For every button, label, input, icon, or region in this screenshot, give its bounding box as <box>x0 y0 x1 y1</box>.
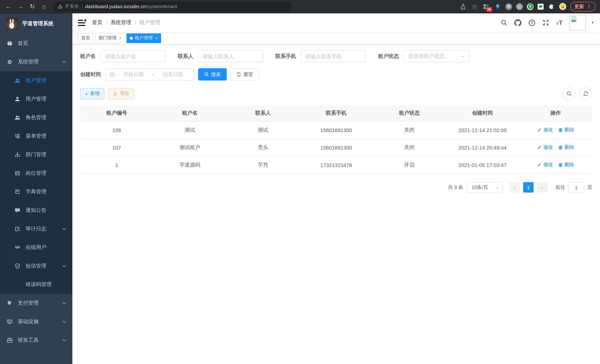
status-label: 租户状态 <box>378 53 399 60</box>
share-icon[interactable] <box>459 3 467 10</box>
sidebar-item-tenant[interactable]: 租户管理 <box>0 71 72 90</box>
trash-icon <box>558 128 563 132</box>
tag-租户管理[interactable]: 租户管理× <box>127 33 161 43</box>
breadcrumb-current: 租户管理 <box>140 19 160 26</box>
active-dot-icon <box>130 37 133 39</box>
delete-link[interactable]: 删除 <box>558 144 574 151</box>
breadcrumb-system[interactable]: 系统管理 <box>111 19 131 26</box>
browser-home-icon[interactable]: ⌂ <box>38 1 50 12</box>
search-button[interactable]: 搜索 <box>198 68 227 81</box>
sidebar-item-dict[interactable]: 字典管理 <box>0 183 72 201</box>
sidebar-item-dept[interactable]: 部门管理 <box>0 145 72 164</box>
sidebar-item-system[interactable]: 系统管理 <box>0 53 72 71</box>
delete-link[interactable]: 删除 <box>558 127 574 133</box>
fullscreen-icon[interactable] <box>543 19 549 26</box>
status-select[interactable]: 请选择租户状态 <box>403 50 469 62</box>
sidebar-item-label: 部门管理 <box>26 151 46 158</box>
map-pin-extension-icon[interactable] <box>494 3 501 10</box>
sidebar-item-label: 短信管理 <box>26 263 46 269</box>
help-icon[interactable]: ? <box>528 19 535 26</box>
chevron-down-icon <box>460 54 465 58</box>
goto-page-input[interactable] <box>568 182 584 193</box>
tag-label: 部门管理 <box>99 35 116 41</box>
edit-icon <box>537 162 542 167</box>
current-page-button[interactable]: 1 <box>523 182 534 193</box>
browser-back-icon[interactable]: ← <box>3 1 14 12</box>
toggle-search-button[interactable] <box>562 87 575 100</box>
monitor-icon <box>6 318 13 325</box>
tenant-name-input[interactable] <box>100 50 166 62</box>
sidebar-item-devtool[interactable]: 研发工具 <box>0 331 72 350</box>
cell-status: 关闭 <box>373 139 446 156</box>
close-icon[interactable]: × <box>119 36 122 40</box>
font-size-icon[interactable]: TT <box>556 19 562 26</box>
chevron-down-icon <box>495 185 499 189</box>
profile-avatar-icon[interactable] <box>559 3 566 10</box>
command-extension-icon[interactable]: ⌘ <box>505 3 512 10</box>
edit-link[interactable]: 修改 <box>537 144 553 151</box>
sidebar-item-errcode[interactable]: 错误码管理 <box>0 275 72 294</box>
user-icon <box>14 96 20 102</box>
create-time-range-picker[interactable]: 开始日期 - 结束日期 <box>105 68 194 81</box>
page-size-value: 10条/页 <box>472 184 488 191</box>
reset-button[interactable]: 重置 <box>230 68 259 81</box>
dot-extension-icon[interactable] <box>516 3 523 10</box>
sidebar-item-online[interactable]: 在线用户 <box>0 238 72 257</box>
sidebar-item-label: 研发工具 <box>18 337 38 344</box>
browser-reload-icon[interactable]: ↻ <box>27 1 38 12</box>
tag-首页[interactable]: 首页 <box>78 33 94 43</box>
caret-down-icon[interactable]: ▼ <box>591 21 594 25</box>
y-extension-icon[interactable]: Y <box>527 3 534 10</box>
sidebar-item-pay[interactable]: ¥支付管理 <box>0 294 72 312</box>
app-logo-row[interactable]: 芋道管理系统 <box>0 13 72 34</box>
extension-squares-icon[interactable]: 10 <box>482 3 490 10</box>
table-header-row: 租户编号租户名联系人联系手机租户状态创建时间操作 <box>80 105 592 121</box>
sidebar-item-sms[interactable]: 短信管理 <box>0 257 72 275</box>
chrome-update-button[interactable]: 更新 ⋮ <box>570 2 596 11</box>
filter-row-2: 创建时间 开始日期 - 结束日期 搜索 <box>80 68 592 81</box>
sidebar-item-label: 岗位管理 <box>26 170 46 177</box>
refresh-icon <box>236 72 241 77</box>
bookmark-star-icon[interactable]: ☆ <box>471 3 478 10</box>
sidebar-item-user[interactable]: 用户管理 <box>0 90 72 108</box>
user-avatar[interactable] <box>570 15 586 30</box>
breadcrumb-home[interactable]: 首页 <box>92 19 103 26</box>
sidebar-item-role[interactable]: 角色管理 <box>0 108 72 127</box>
update-label: 更新 <box>574 3 584 10</box>
export-button[interactable]: 导出 <box>108 88 134 99</box>
navbar-actions: ? TT ▼ <box>501 15 594 30</box>
sidebar-item-notice[interactable]: 通知公告 <box>0 201 72 220</box>
sidebar-item-label: 在线用户 <box>26 244 46 251</box>
chevron-down-icon <box>61 337 67 343</box>
sidebar-item-menu[interactable]: 菜单管理 <box>0 127 72 145</box>
chevron-down-icon <box>61 300 67 306</box>
cell-created_at: 2021-01-05 17:03:47 <box>446 156 519 174</box>
add-button[interactable]: + 新增 <box>80 88 104 99</box>
browser-forward-icon[interactable]: → <box>15 1 26 12</box>
next-page-button[interactable]: › <box>537 182 547 193</box>
sidebar-item-post[interactable]: 岗位管理 <box>0 164 72 183</box>
sidebar-item-label: 菜单管理 <box>26 133 46 140</box>
tag-部门管理[interactable]: 部门管理× <box>95 33 125 43</box>
address-bar[interactable]: 不安全 dashboard.yudao.iocoder.cn/system/te… <box>53 1 292 12</box>
mobile-input[interactable] <box>300 50 366 62</box>
sidebar-item-audit[interactable]: 审计日志 <box>0 220 72 238</box>
page-size-select[interactable]: 10条/页 <box>467 182 503 193</box>
edit-link[interactable]: 修改 <box>537 162 553 168</box>
github-icon[interactable] <box>514 19 521 26</box>
sidebar-item-infra[interactable]: 基础设施 <box>0 312 72 331</box>
sidebar-collapse-icon[interactable] <box>78 19 86 26</box>
contact-input[interactable] <box>198 50 263 62</box>
not-secure-warning[interactable]: 不安全 <box>58 3 79 10</box>
prev-page-button[interactable]: ‹ <box>509 182 520 193</box>
search-icon[interactable] <box>501 19 507 26</box>
more-vertical-icon[interactable]: ⋮ <box>587 4 591 9</box>
sidebar-item-home[interactable]: 首页 <box>0 34 72 53</box>
refresh-table-button[interactable] <box>579 87 592 100</box>
edit-link[interactable]: 修改 <box>537 127 553 133</box>
puzzle-extensions-icon[interactable] <box>548 3 555 10</box>
cell-name: 测试租户 <box>153 139 226 156</box>
close-icon[interactable]: × <box>155 36 158 40</box>
delete-link[interactable]: 删除 <box>558 162 574 168</box>
chat-extension-icon[interactable] <box>538 3 544 9</box>
